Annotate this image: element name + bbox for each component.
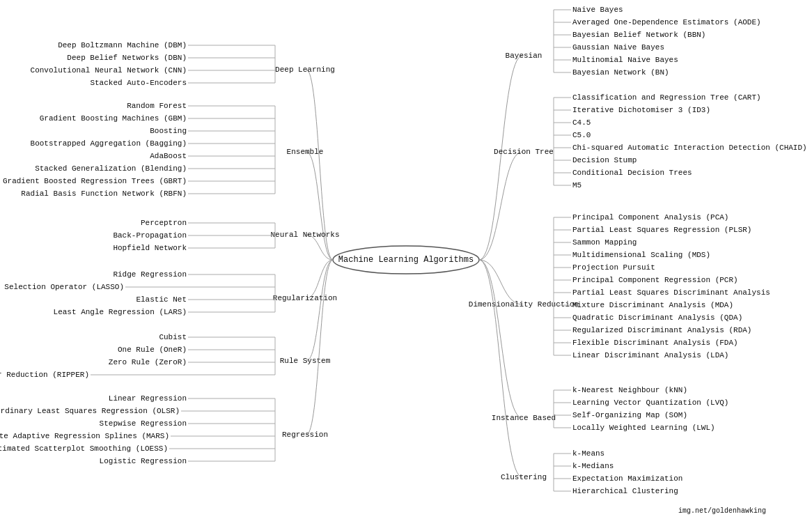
svg-text:Hierarchical Clustering: Hierarchical Clustering	[572, 487, 678, 495]
svg-text:Mixture Discriminant Analysis : Mixture Discriminant Analysis (MDA)	[572, 301, 733, 309]
svg-text:Classification and Regression : Classification and Regression Tree (CART…	[572, 93, 761, 102]
svg-text:Learning Vector Quantization (: Learning Vector Quantization (LVQ)	[572, 398, 728, 407]
svg-text:Linear Regression: Linear Regression	[109, 394, 187, 403]
svg-text:Iterative Dichotomiser 3 (ID3): Iterative Dichotomiser 3 (ID3)	[572, 106, 710, 114]
svg-text:k-Means: k-Means	[572, 449, 604, 458]
svg-text:Multivariate Adaptive Regressi: Multivariate Adaptive Regression Splines…	[0, 432, 169, 440]
svg-text:Clustering: Clustering	[501, 473, 547, 481]
svg-text:Neural Networks: Neural Networks	[270, 231, 339, 239]
svg-text:Averaged One-Dependence Estima: Averaged One-Dependence Estimators (AODE…	[572, 18, 761, 26]
svg-text:Locally Weighted Learning (LWL: Locally Weighted Learning (LWL)	[572, 424, 715, 432]
svg-text:Bootstrapped Aggregation (Bagg: Bootstrapped Aggregation (Bagging)	[31, 139, 187, 148]
svg-text:Gradient Boosted Regression Tr: Gradient Boosted Regression Trees (GBRT)	[3, 177, 187, 185]
svg-text:Ridge Regression: Ridge Regression	[113, 270, 187, 279]
svg-text:Ordinary Least Squares Regress: Ordinary Least Squares Regression (OLSR)	[0, 407, 180, 415]
svg-text:Deep Belief Networks (DBN): Deep Belief Networks (DBN)	[67, 54, 187, 62]
svg-text:Naive Bayes: Naive Bayes	[572, 6, 623, 14]
svg-text:Regression: Regression	[282, 431, 328, 439]
svg-text:Hopfield Network: Hopfield Network	[113, 244, 187, 252]
svg-text:Radial Basis Function Network : Radial Basis Function Network (RBFN)	[21, 189, 187, 198]
svg-text:Locally Estimated Scatterplot : Locally Estimated Scatterplot Smoothing …	[0, 444, 168, 453]
svg-text:Random Forest: Random Forest	[127, 102, 187, 110]
svg-text:Cubist: Cubist	[159, 333, 187, 341]
svg-text:Stacked Generalization (Blendi: Stacked Generalization (Blending)	[35, 164, 187, 173]
svg-text:M5: M5	[572, 181, 581, 189]
svg-text:Decision Stump: Decision Stump	[572, 156, 637, 164]
svg-text:Perceptron: Perceptron	[141, 219, 187, 227]
svg-text:C4.5: C4.5	[572, 118, 591, 127]
svg-text:Principal Component Regression: Principal Component Regression (PCR)	[572, 276, 738, 284]
svg-text:C5.0: C5.0	[572, 131, 591, 139]
svg-text:Convolutional Neural Network (: Convolutional Neural Network (CNN)	[31, 66, 187, 75]
svg-text:Partial Least Squares Discrimi: Partial Least Squares Discriminant Analy…	[572, 288, 770, 297]
svg-text:Chi-squared Automatic Interact: Chi-squared Automatic Interaction Detect…	[572, 144, 807, 152]
svg-text:Multidimensional Scaling (MDS): Multidimensional Scaling (MDS)	[572, 251, 710, 259]
svg-text:Stepwise Regression: Stepwise Regression	[100, 419, 187, 428]
svg-text:Least Absolute Shrinkage and S: Least Absolute Shrinkage and Selection O…	[0, 283, 124, 291]
svg-text:Sammon Mapping: Sammon Mapping	[572, 238, 637, 247]
svg-text:Rule System: Rule System	[280, 357, 331, 365]
svg-text:Bayesian Belief Network (BBN): Bayesian Belief Network (BBN)	[572, 31, 705, 39]
svg-text:Gradient Boosting Machines (GB: Gradient Boosting Machines (GBM)	[40, 114, 187, 123]
svg-text:One Rule (OneR): One Rule (OneR)	[118, 346, 187, 354]
svg-text:Multinomial Naive Bayes: Multinomial Naive Bayes	[572, 56, 678, 64]
svg-text:Stacked Auto-Encoders: Stacked Auto-Encoders	[90, 79, 187, 87]
svg-text:Deep Learning: Deep Learning	[275, 65, 335, 74]
svg-text:Bayesian Network (BN): Bayesian Network (BN)	[572, 68, 669, 77]
svg-text:Logistic Regression: Logistic Regression	[100, 457, 187, 465]
svg-text:Flexible Discriminant Analysis: Flexible Discriminant Analysis (FDA)	[572, 339, 738, 347]
svg-text:Conditional Decision Trees: Conditional Decision Trees	[572, 169, 692, 177]
svg-text:Instance Based: Instance Based	[492, 414, 556, 422]
svg-text:Partial Least Squares Regressi: Partial Least Squares Regression (PLSR)	[572, 226, 751, 234]
svg-text:Deep Boltzmann Machine (DBM): Deep Boltzmann Machine (DBM)	[58, 41, 187, 49]
svg-text:Gaussian Naive Bayes: Gaussian Naive Bayes	[572, 43, 664, 52]
svg-text:Expectation Maximization: Expectation Maximization	[572, 474, 682, 483]
svg-text:Regularized Discriminant Analy: Regularized Discriminant Analysis (RDA)	[572, 326, 751, 334]
precise-mindmap: Machine Learning AlgorithmsDeep Learning…	[0, 0, 812, 519]
svg-text:Machine Learning Algorithms: Machine Learning Algorithms	[338, 255, 474, 265]
svg-text:Elastic Net: Elastic Net	[136, 295, 187, 304]
svg-text:AdaBoost: AdaBoost	[150, 152, 187, 160]
svg-text:Repeated Incremental Pruning t: Repeated Incremental Pruning to Produce …	[0, 371, 89, 379]
svg-text:Self-Organizing Map (SOM): Self-Organizing Map (SOM)	[572, 411, 687, 419]
svg-text:Dimensionality Reduction: Dimensionality Reduction	[469, 300, 579, 309]
svg-text:Decision Tree: Decision Tree	[494, 148, 554, 156]
svg-text:Ensemble: Ensemble	[287, 148, 324, 156]
svg-text:img.net/goldenhawking: img.net/goldenhawking	[678, 507, 766, 515]
svg-text:Least Angle Regression (LARS): Least Angle Regression (LARS)	[54, 308, 187, 316]
svg-text:Regularization: Regularization	[273, 294, 337, 302]
svg-text:Boosting: Boosting	[150, 127, 187, 135]
svg-text:Zero Rule (ZeroR): Zero Rule (ZeroR)	[109, 358, 187, 366]
svg-text:Projection Pursuit: Projection Pursuit	[572, 263, 655, 272]
svg-text:Linear Discriminant Analysis (: Linear Discriminant Analysis (LDA)	[572, 351, 728, 359]
svg-text:Quadratic Discriminant Analysi: Quadratic Discriminant Analysis (QDA)	[572, 313, 742, 322]
svg-text:k-Medians: k-Medians	[572, 462, 614, 470]
svg-text:Back-Propagation: Back-Propagation	[113, 231, 187, 240]
svg-text:k-Nearest Neighbour (kNN): k-Nearest Neighbour (kNN)	[572, 386, 687, 394]
svg-text:Bayesian: Bayesian	[506, 52, 542, 60]
svg-text:Principal Component Analysis (: Principal Component Analysis (PCA)	[572, 213, 728, 222]
